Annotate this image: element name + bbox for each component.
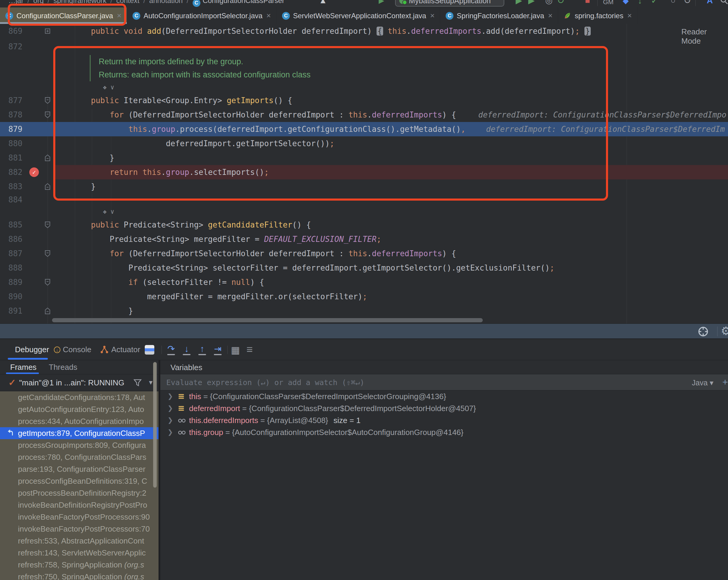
chevron-right-icon[interactable]: ❯	[167, 426, 173, 438]
annotate-icon[interactable]: A	[707, 0, 713, 5]
fold-open-icon[interactable]	[44, 279, 51, 286]
frame-row[interactable]: processConfigBeanDefinitions:319, C	[0, 475, 158, 487]
frame-row[interactable]: refresh:758, SpringApplication (org.s	[0, 559, 158, 571]
tab-debugger[interactable]: Debugger	[15, 339, 49, 360]
editor-tab[interactable]: CServletWebServerApplicationContext.java…	[277, 7, 440, 24]
frame-row[interactable]: getImports:879, ConfigurationClassP	[0, 427, 158, 439]
close-icon[interactable]: ×	[117, 11, 122, 20]
evaluate-icon[interactable]: ▦	[231, 344, 240, 356]
frame-row[interactable]: processGroupImports:809, Configura	[0, 439, 158, 451]
breadcrumb-item[interactable]: springframework	[54, 0, 106, 4]
breadcrumb-item[interactable]: annotation	[149, 0, 183, 4]
ai-inlay-hint: ❖ ∨	[0, 81, 728, 93]
close-icon[interactable]: ×	[430, 11, 435, 20]
step-over-icon[interactable]: ↷	[165, 344, 177, 356]
frame-row[interactable]: invokeBeanFactoryPostProcessors:70	[0, 523, 158, 535]
fold-open-icon[interactable]	[44, 221, 51, 229]
variable-row[interactable]: ❯this = {ConfigurationClassParser$Deferr…	[160, 391, 728, 402]
step-into-icon[interactable]: ↓	[181, 344, 192, 356]
editor-tab[interactable]: CConfigurationClassParser.java×	[0, 7, 127, 24]
settings-icon[interactable]: ≡	[246, 343, 253, 356]
run-configuration-widget[interactable]: MybatisSetupApplication	[395, 0, 504, 6]
frame-row[interactable]: postProcessBeanDefinitionRegistry:2	[0, 487, 158, 499]
rollback-icon[interactable]: ↺	[684, 0, 691, 5]
commit-icon[interactable]: ✓	[651, 0, 658, 5]
fold-close-icon[interactable]	[44, 307, 51, 315]
frame-row[interactable]: process:434, AutoConfigurationImpo	[0, 415, 158, 427]
vcs-widget[interactable]: GM	[603, 0, 614, 6]
variable-row[interactable]: ❯this.deferredImports = {ArrayList@4508}…	[160, 414, 728, 426]
chevron-right-icon[interactable]: ❯	[167, 391, 173, 402]
frame-row[interactable]: getAutoConfigurationEntry:123, Auto	[0, 403, 158, 415]
tab-frames[interactable]: Frames	[10, 360, 36, 374]
fold-plus-icon[interactable]	[44, 27, 51, 35]
code-editor[interactable]: 869public void add(DeferredImportSelecto…	[0, 24, 728, 323]
breadcrumb-item[interactable]: ConfigurationClassParser	[203, 0, 284, 4]
rerun-icon[interactable]: ↻	[557, 0, 564, 5]
target-icon[interactable]	[698, 326, 709, 337]
gear-icon[interactable]: ⚙	[721, 324, 728, 338]
chevron-right-icon[interactable]: ❯	[167, 414, 173, 426]
tab-actuator[interactable]: Actuator	[111, 339, 140, 360]
language-selector[interactable]: Java ▾	[692, 378, 713, 387]
fold-open-icon[interactable]	[44, 250, 51, 257]
filter-icon[interactable]	[133, 378, 142, 387]
fold-open-icon[interactable]	[44, 97, 51, 104]
frame-row[interactable]: invokeBeanDefinitionRegistryPostPro	[0, 499, 158, 511]
frame-row[interactable]: invokeBeanFactoryPostProcessors:90	[0, 511, 158, 523]
evaluate-expression-input[interactable]: Evaluate expression (↵) or add a watch (…	[160, 374, 728, 391]
debug-icon[interactable]: ▶	[528, 0, 535, 5]
frames-scrollbar[interactable]	[153, 362, 157, 487]
fold-close-icon[interactable]	[44, 183, 51, 190]
ai-assistant-icon[interactable]: ❖ ∨	[103, 84, 114, 91]
run-leaf-icon[interactable]: ▶	[379, 0, 384, 5]
stop-icon[interactable]: ■	[585, 0, 590, 5]
profiler-icon[interactable]: ○	[671, 0, 676, 5]
breakpoint-icon[interactable]: ✓	[29, 167, 39, 177]
layout-icon[interactable]	[145, 345, 154, 354]
tab-label: AutoConfigurationImportSelector.java	[144, 12, 263, 20]
step-out-icon[interactable]: ↑	[196, 344, 208, 356]
build-icon[interactable]: ▲	[319, 0, 327, 5]
close-icon[interactable]: ×	[266, 11, 271, 20]
down-icon[interactable]: ↓	[638, 0, 642, 5]
breadcrumb-item[interactable]: context	[116, 0, 139, 4]
equals-sign: =	[223, 428, 232, 437]
frame-row[interactable]: parse:193, ConfigurationClassParser	[0, 463, 158, 475]
close-icon[interactable]: ×	[627, 11, 632, 20]
update-icon[interactable]: ◆	[623, 0, 629, 5]
breadcrumb-item[interactable]: …jar	[8, 0, 24, 4]
tab-threads[interactable]: Threads	[49, 360, 77, 374]
chevron-down-icon[interactable]: ▾	[149, 378, 153, 387]
breadcrumb-item[interactable]: org	[33, 0, 44, 4]
frame-row[interactable]: refresh:533, AbstractApplicationCont	[0, 535, 158, 547]
chevron-right-icon[interactable]: ❯	[167, 402, 173, 414]
variable-value: {AutoConfigurationImportSelector$AutoCon…	[232, 428, 464, 437]
run-to-cursor-icon[interactable]: ⇥	[212, 344, 224, 356]
variables-list[interactable]: ❯this = {ConfigurationClassParser$Deferr…	[160, 391, 728, 580]
frame-row[interactable]: process:780, ConfigurationClassPars	[0, 451, 158, 463]
play-icon[interactable]: ▶	[516, 0, 522, 5]
add-watch-icon[interactable]: +	[722, 377, 728, 388]
breadcrumb[interactable]: …jar/org/springframework/context/annotat…	[8, 0, 284, 7]
variable-row[interactable]: ❯this.group = {AutoConfigurationImportSe…	[160, 426, 728, 438]
variable-row[interactable]: ❯deferredImport = {ConfigurationClassPar…	[160, 402, 728, 414]
editor-tab[interactable]: CSpringFactoriesLoader.java×	[440, 7, 558, 24]
reader-mode-button[interactable]: Reader Mode	[681, 27, 728, 46]
thread-selector[interactable]: ✓ "main"@1 in ...ain": RUNNING ▾	[0, 374, 158, 391]
editor-tab[interactable]: CAutoConfigurationImportSelector.java×	[127, 7, 277, 24]
line-number: 881	[0, 153, 22, 162]
search-icon[interactable]	[720, 0, 728, 6]
close-icon[interactable]: ×	[548, 11, 552, 20]
fold-open-icon[interactable]	[44, 111, 51, 118]
editor-tab[interactable]: spring.factories×	[558, 7, 638, 24]
frames-list[interactable]: getCandidateConfigurations:178, AutgetAu…	[0, 391, 158, 580]
frame-row[interactable]: getCandidateConfigurations:178, Aut	[0, 391, 158, 403]
coverage-icon[interactable]: ◎	[545, 0, 552, 5]
frame-row[interactable]: refresh:750, SpringApplication (org.s	[0, 571, 158, 580]
tab-console[interactable]: Console	[63, 339, 91, 360]
horizontal-scrollbar[interactable]	[52, 318, 483, 322]
fold-close-icon[interactable]	[44, 154, 51, 161]
ai-assistant-icon[interactable]: ❖ ∨	[103, 208, 114, 215]
frame-row[interactable]: refresh:143, ServletWebServerApplic	[0, 547, 158, 559]
